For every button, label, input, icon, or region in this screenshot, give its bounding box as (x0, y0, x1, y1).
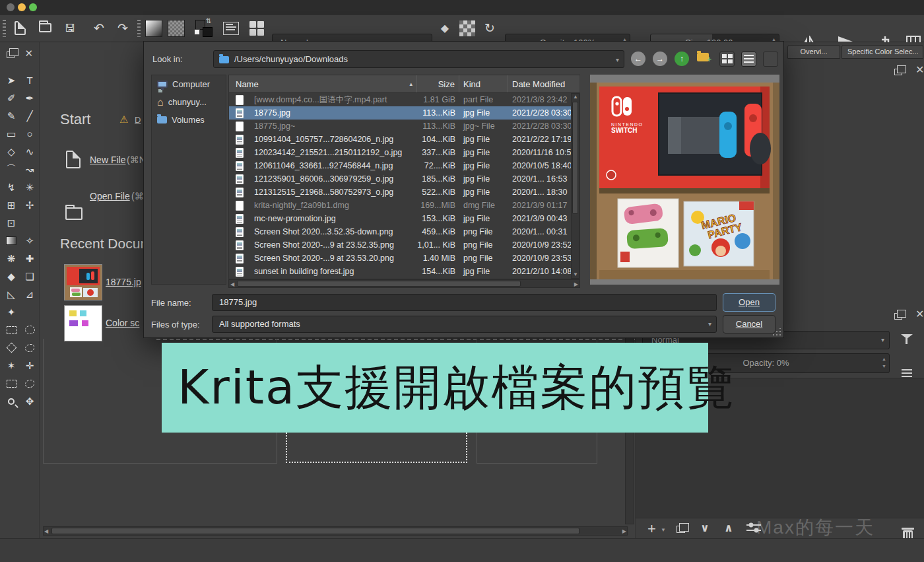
place-volumes[interactable]: Volumes (152, 111, 226, 129)
rect-select-tool[interactable] (3, 321, 20, 339)
recent-doc-thumbnail-1[interactable] (64, 264, 102, 300)
transform-tool[interactable]: ⊞ (3, 196, 20, 214)
extra-view-button[interactable] (763, 52, 778, 67)
line-tool[interactable]: ╱ (21, 107, 38, 125)
float-layers-docker-icon[interactable] (894, 310, 902, 322)
recent-doc-link-1[interactable]: 18775.jp (106, 277, 141, 287)
forward-button[interactable]: → (653, 52, 667, 66)
scroll-right-arrow[interactable]: ▶ (574, 281, 578, 288)
rectangle-tool[interactable]: ▭ (3, 125, 20, 143)
pattern-chooser[interactable] (168, 20, 185, 37)
minimize-window-button[interactable] (18, 3, 26, 11)
new-document-icon[interactable] (11, 19, 29, 38)
measure-tool[interactable]: ⊿ (21, 285, 38, 303)
assistants-tool[interactable]: ◺ (3, 285, 20, 303)
bezier-curve-tool[interactable]: ⌒ (3, 160, 20, 178)
undo-icon[interactable]: ↶ (90, 19, 108, 38)
ellipse-select-tool[interactable] (21, 321, 38, 339)
calligraphy-tool[interactable]: ✒ (21, 89, 38, 107)
open-file-link[interactable]: Open File (90, 191, 130, 201)
scroll-left-arrow[interactable]: ◀ (44, 528, 48, 535)
scroll-left-arrow[interactable]: ◀ (230, 281, 234, 288)
table-row[interactable]: 10991404_105757...728604206_n.jpg 104...… (229, 133, 579, 146)
float-docker-icon[interactable] (894, 66, 902, 78)
scroll-up-arrow[interactable]: ▲ (573, 94, 578, 100)
color-sampler-tool[interactable]: ✧ (21, 232, 38, 250)
close-window-button[interactable] (7, 3, 15, 11)
scroll-down-arrow[interactable]: ▼ (573, 271, 578, 278)
open-document-icon[interactable] (36, 19, 54, 38)
move-tool[interactable]: ✢ (21, 196, 38, 214)
gradient-chooser[interactable] (145, 20, 162, 37)
multibrush-tool[interactable]: ✳ (21, 178, 38, 196)
parent-folder-button[interactable]: ↑ (675, 52, 689, 66)
recent-doc-thumbnail-2[interactable] (64, 305, 102, 341)
dynamic-brush-tool[interactable]: ↯ (3, 178, 20, 196)
create-folder-button[interactable]: + (697, 53, 709, 61)
table-row[interactable]: Screen Shot 2020-...9 at 23.53.20.png 1.… (229, 252, 579, 265)
file-list-horizontal-scrollbar[interactable]: ◀ ▶ (228, 279, 580, 288)
column-header-kind[interactable]: Kind (459, 75, 508, 92)
layer-filter-icon[interactable] (901, 334, 913, 345)
files-of-type-dropdown[interactable]: All supported formats▾ (212, 316, 717, 333)
toolbox-spacer[interactable] (21, 303, 38, 321)
add-layer-dropdown-arrow[interactable]: ▼ (661, 527, 666, 533)
layer-options-icon[interactable] (902, 369, 912, 377)
list-view-button[interactable] (741, 52, 756, 67)
new-file-link[interactable]: New File (90, 155, 125, 165)
crop-tool[interactable]: ⊡ (3, 214, 20, 232)
table-row[interactable]: krita-nightly_f2a09b1.dmg 169...MiB dmg … (229, 199, 579, 212)
redo-icon[interactable]: ↷ (114, 19, 132, 38)
table-row[interactable]: Screen Shot 2020...3.52.35-down.png 459.… (229, 225, 579, 238)
table-row[interactable]: 18775.jpg~ 113...KiB jpg~ File 2021/2/28… (229, 120, 579, 133)
icon-view-button[interactable] (719, 52, 735, 67)
add-layer-button[interactable]: + (647, 520, 656, 538)
similar-color-select-tool[interactable]: ✶ (3, 357, 20, 374)
table-row[interactable]: sunset in building forest.jpg 154...KiB … (229, 265, 579, 278)
back-button[interactable]: ← (631, 52, 645, 66)
polygon-select-tool[interactable] (3, 339, 20, 357)
close-docker-icon[interactable]: ✕ (915, 63, 924, 76)
canvas-horizontal-scrollbar[interactable]: ◀ ▶ (43, 526, 628, 536)
fill-tool[interactable]: ◆ (3, 267, 20, 285)
table-row[interactable]: 120611046_33661...927456844_n.jpg 72....… (229, 159, 579, 172)
recent-doc-link-2[interactable]: Color sc (106, 318, 139, 328)
table-row[interactable]: mc-new-promotion.jpg 153...KiB jpg File … (229, 212, 579, 225)
magnetic-select-tool[interactable] (21, 374, 38, 392)
preserve-alpha-icon[interactable] (459, 20, 475, 36)
swap-colors-icon[interactable]: ⇅ (206, 17, 211, 24)
freehand-path-tool[interactable]: ↝ (21, 160, 38, 178)
close-layers-docker-icon[interactable]: ✕ (915, 308, 924, 320)
table-row[interactable]: 120234142_215521...2150112192_o.jpg 337.… (229, 146, 579, 159)
zoom-window-button[interactable] (29, 3, 37, 11)
gradient-tool[interactable] (3, 232, 20, 250)
table-row[interactable]: [www.domp4.co...国语中字.mp4.part 1.81 GiB p… (229, 93, 579, 106)
ellipse-tool[interactable]: ○ (21, 125, 38, 143)
contiguous-select-tool[interactable]: ✛ (21, 357, 38, 374)
eraser-mode-icon[interactable]: ◆ (436, 19, 454, 38)
pattern-edit-tool[interactable]: ❋ (3, 250, 20, 267)
file-name-input[interactable]: 18775.jpg (212, 294, 717, 311)
dialog-resize-grip[interactable] (772, 328, 781, 336)
table-row[interactable]: Screen Shot 2020-...9 at 23.52.35.png 1,… (229, 238, 579, 252)
save-icon[interactable]: 🖫 (61, 19, 79, 38)
column-header-name[interactable]: Name▴ (229, 75, 417, 92)
reference-images-tool[interactable]: ✦ (3, 303, 20, 321)
freehand-brush-tool[interactable]: ✎ (3, 107, 20, 125)
move-layer-up-button[interactable]: ∧ (724, 521, 733, 535)
column-header-date[interactable]: Date Modified (508, 75, 579, 92)
text-tool[interactable]: T (21, 71, 38, 89)
edit-shapes-tool[interactable]: ✐ (3, 89, 20, 107)
file-list-vertical-scrollbar[interactable]: ▲ ▼ (571, 93, 579, 279)
table-row[interactable]: 121235901_86006...306979259_o.jpg 185...… (229, 172, 579, 186)
tab-overview[interactable]: Overvi... (787, 45, 840, 59)
cancel-button[interactable]: Cancel (723, 315, 776, 334)
table-row[interactable]: 121312515_21968...580752973_o.jpg 522...… (229, 186, 579, 199)
polyline-tool[interactable]: ∿ (21, 143, 38, 160)
close-docker-icon[interactable]: ✕ (24, 48, 33, 59)
warning-link[interactable]: D (135, 115, 141, 125)
foreground-background-colors[interactable]: ⇅ (195, 20, 214, 38)
brush-presets-icon[interactable] (223, 22, 239, 35)
polygon-tool[interactable]: ◇ (3, 143, 20, 160)
place-home[interactable]: ⌂ chunyuy... (152, 93, 226, 111)
